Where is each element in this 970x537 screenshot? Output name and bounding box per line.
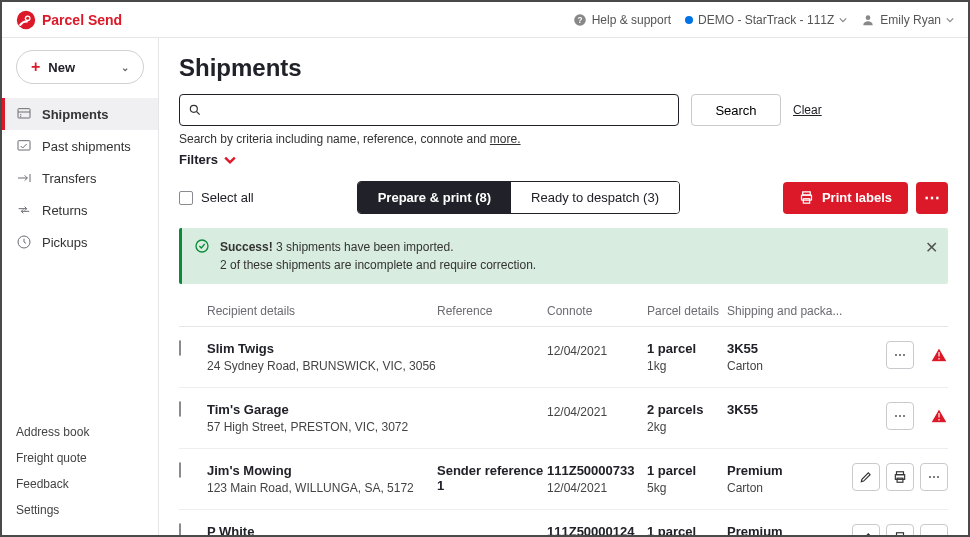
user-icon xyxy=(861,13,875,27)
table-row: P White370 KANGAROO GROUND-WATTLE GLEN R… xyxy=(179,510,948,535)
svg-line-13 xyxy=(197,112,200,115)
checkbox-icon[interactable] xyxy=(179,191,193,205)
sidebar-item-pickups[interactable]: Pickups xyxy=(2,226,158,258)
print-labels-button[interactable]: Print labels xyxy=(783,182,908,214)
page-title: Shipments xyxy=(179,54,948,82)
nav-icon xyxy=(16,106,32,122)
svg-point-5 xyxy=(866,15,871,20)
account-selector[interactable]: DEMO - StarTrack - 111Z xyxy=(685,13,847,27)
chevron-down-icon xyxy=(946,16,954,24)
sidebar-item-transfers[interactable]: Transfers xyxy=(2,162,158,194)
sidebar-item-shipments[interactable]: Shipments xyxy=(2,98,158,130)
svg-rect-21 xyxy=(897,533,904,535)
new-button[interactable]: + New ⌄ xyxy=(16,50,144,84)
search-input-wrapper[interactable] xyxy=(179,94,679,126)
search-input[interactable] xyxy=(202,103,670,118)
svg-point-2 xyxy=(26,16,29,19)
svg-point-8 xyxy=(20,114,21,115)
sidebar: + New ⌄ ShipmentsPast shipmentsTransfers… xyxy=(2,38,159,535)
status-tabs: Prepare & print (8) Ready to despatch (3… xyxy=(357,181,680,214)
printer-icon xyxy=(799,190,814,205)
help-support[interactable]: ? Help & support xyxy=(573,13,671,27)
help-icon: ? xyxy=(573,13,587,27)
sidebar-link-freight-quote[interactable]: Freight quote xyxy=(16,445,144,471)
edit-button[interactable] xyxy=(852,524,880,535)
filters-toggle[interactable]: Filters xyxy=(179,152,948,167)
sidebar-link-feedback[interactable]: Feedback xyxy=(16,471,144,497)
chevron-down-icon xyxy=(839,16,847,24)
nav-icon xyxy=(16,202,32,218)
brand: Parcel Send xyxy=(16,10,122,30)
print-button[interactable] xyxy=(886,463,914,491)
row-more-button[interactable]: ⋯ xyxy=(886,402,914,430)
svg-point-17 xyxy=(196,240,208,252)
tab-ready-despatch[interactable]: Ready to despatch (3) xyxy=(511,182,679,213)
more-link[interactable]: more. xyxy=(490,132,521,146)
select-all[interactable]: Select all xyxy=(179,190,254,205)
table-row: Tim's Garage57 High Street, PRESTON, VIC… xyxy=(179,388,948,449)
recipient-name: Tim's Garage xyxy=(207,402,437,417)
row-more-button[interactable]: ⋯ xyxy=(920,463,948,491)
svg-text:?: ? xyxy=(577,15,582,24)
table-header: Recipient details Reference Connote Parc… xyxy=(179,294,948,327)
sidebar-item-returns[interactable]: Returns xyxy=(2,194,158,226)
table-row: Jim's Mowing123 Main Road, WILLUNGA, SA,… xyxy=(179,449,948,510)
tab-prepare-print[interactable]: Prepare & print (8) xyxy=(358,182,511,213)
warning-icon xyxy=(930,407,948,425)
svg-rect-10 xyxy=(18,141,30,150)
clear-link[interactable]: Clear xyxy=(793,103,822,117)
recipient-name: Jim's Mowing xyxy=(207,463,437,478)
row-checkbox[interactable] xyxy=(179,340,181,356)
chevron-down-icon xyxy=(224,154,236,166)
topbar: Parcel Send ? Help & support DEMO - Star… xyxy=(2,2,968,38)
search-icon xyxy=(188,103,202,117)
search-hint: Search by criteria including name, refer… xyxy=(179,132,948,146)
top-right: ? Help & support DEMO - StarTrack - 111Z… xyxy=(573,13,954,27)
print-button[interactable] xyxy=(886,524,914,535)
brand-logo-icon xyxy=(16,10,36,30)
row-checkbox[interactable] xyxy=(179,401,181,417)
table-row: Slim Twigs24 Sydney Road, BRUNSWICK, VIC… xyxy=(179,327,948,388)
sidebar-link-address-book[interactable]: Address book xyxy=(16,419,144,445)
chevron-down-icon: ⌄ xyxy=(121,62,129,73)
row-checkbox[interactable] xyxy=(179,462,181,478)
close-icon[interactable]: ✕ xyxy=(925,238,938,257)
check-circle-icon xyxy=(194,238,210,254)
main: Shipments Search Clear Search by criteri… xyxy=(159,38,968,535)
status-dot-icon xyxy=(685,16,693,24)
brand-name: Parcel Send xyxy=(42,12,122,28)
svg-rect-6 xyxy=(18,109,30,118)
recipient-name: Slim Twigs xyxy=(207,341,437,356)
success-alert: Success! 3 shipments have been imported.… xyxy=(179,228,948,284)
row-checkbox[interactable] xyxy=(179,523,181,535)
recipient-name: P White xyxy=(207,524,437,535)
recipient-address: 123 Main Road, WILLUNGA, SA, 5172 xyxy=(207,481,437,495)
sidebar-link-settings[interactable]: Settings xyxy=(16,497,144,523)
svg-point-9 xyxy=(20,116,21,117)
edit-button[interactable] xyxy=(852,463,880,491)
nav-icon xyxy=(16,234,32,250)
recipient-address: 57 High Street, PRESTON, VIC, 3072 xyxy=(207,420,437,434)
sidebar-item-past-shipments[interactable]: Past shipments xyxy=(2,130,158,162)
warning-icon xyxy=(930,346,948,364)
row-more-button[interactable]: ⋯ xyxy=(886,341,914,369)
nav-icon xyxy=(16,170,32,186)
more-actions-button[interactable]: ⋯ xyxy=(916,182,948,214)
user-menu[interactable]: Emily Ryan xyxy=(861,13,954,27)
nav-icon xyxy=(16,138,32,154)
plus-icon: + xyxy=(31,58,40,76)
recipient-address: 24 Sydney Road, BRUNSWICK, VIC, 3056 xyxy=(207,359,437,373)
row-more-button[interactable]: ⋯ xyxy=(920,524,948,535)
svg-point-12 xyxy=(190,105,197,112)
search-button[interactable]: Search xyxy=(691,94,781,126)
